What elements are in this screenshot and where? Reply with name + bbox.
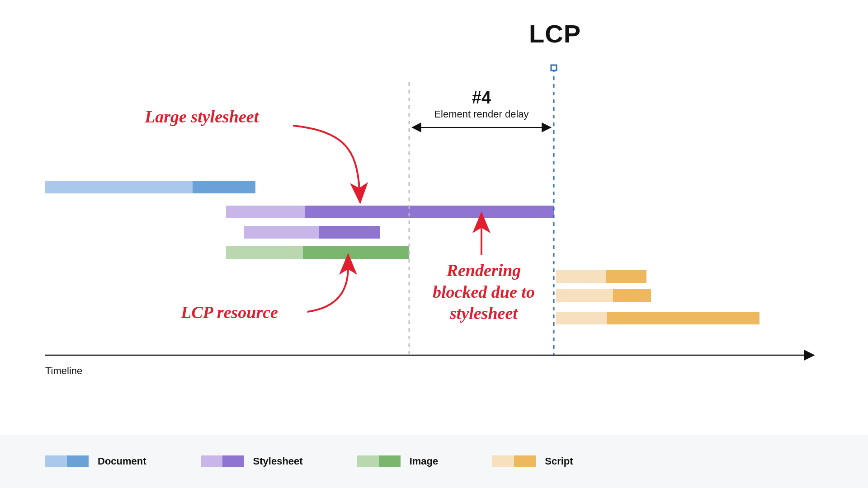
diagram-canvas: LCP #4 Element render delay Large styles…: [0, 0, 868, 488]
lcp-marker-cap: [551, 65, 557, 70]
bar-stylesheet1: [226, 206, 554, 218]
timeline-axis-label: Timeline: [45, 365, 82, 377]
legend-swatch: [492, 455, 536, 467]
bar-script3: [556, 312, 760, 324]
section4-title: #4: [409, 88, 554, 108]
bar-document: [45, 181, 255, 193]
legend-item-stylesheet: Stylesheet: [201, 455, 303, 467]
legend-swatch: [201, 455, 244, 467]
bar-script2: [556, 289, 651, 302]
legend-swatch: [357, 455, 401, 467]
legend: DocumentStylesheetImageScript: [0, 435, 868, 488]
arrow-lcp-resource: [307, 267, 348, 312]
bar-script1: [556, 270, 646, 283]
legend-item-script: Script: [492, 455, 573, 467]
legend-label: Image: [410, 455, 439, 467]
annotation-rendering-blocked: Rendering blocked due to stylesheet: [425, 260, 542, 324]
legend-label: Script: [545, 455, 573, 467]
lcp-title: LCP: [529, 19, 581, 48]
arrow-large-stylesheet: [293, 126, 359, 190]
annotation-large-stylesheet: Large stylesheet: [145, 106, 259, 128]
legend-swatch: [45, 455, 89, 467]
legend-label: Stylesheet: [253, 455, 303, 467]
legend-item-document: Document: [45, 455, 146, 467]
legend-label: Document: [98, 455, 146, 467]
bar-image: [226, 246, 409, 259]
legend-item-image: Image: [357, 455, 439, 467]
annotation-lcp-resource: LCP resource: [181, 302, 278, 324]
bar-stylesheet2: [244, 226, 380, 239]
overlay-svg: [0, 0, 868, 488]
section4-subtitle: Element render delay: [409, 108, 554, 120]
